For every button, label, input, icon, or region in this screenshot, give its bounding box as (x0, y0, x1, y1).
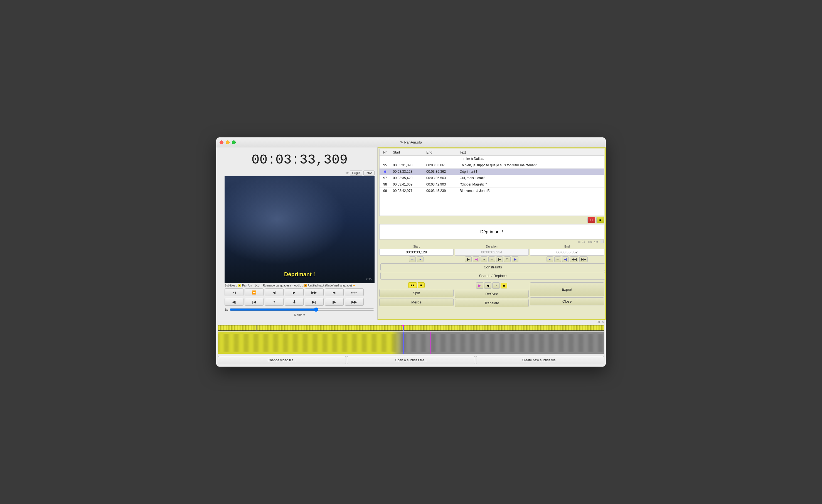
cell-start: 00:03:31,093 (391, 162, 424, 168)
playback-controls-row: 1x Origin Infos (225, 170, 375, 176)
timing-duration-input[interactable] (455, 248, 529, 256)
transport-sub-next[interactable]: ▶| (305, 298, 324, 306)
dur-back-btn[interactable]: ◀ (473, 257, 479, 262)
cell-end: 00:03:33,061 (424, 162, 457, 168)
duration-nav-col: ▶ ◀ → ← ▶ □ ▶ (455, 257, 529, 262)
maximize-window-button[interactable] (232, 140, 236, 144)
dur-prev-btn[interactable]: ← (488, 257, 495, 262)
timing-labels-row: Start Duration End (379, 245, 604, 256)
change-video-button[interactable]: Change video file... (218, 356, 346, 364)
cell-end: 00:03:36,563 (424, 175, 457, 181)
media-yellow-btn-2[interactable]: ■ (418, 282, 425, 288)
char-count: c : 11 (578, 240, 585, 243)
cell-start: 00:03:35,429 (391, 175, 424, 181)
end-nav-btns: ● → ◀ ◀◀ ▶▶ (546, 257, 588, 262)
transport-sub-start[interactable]: ◀| (225, 298, 244, 306)
table-row[interactable]: 9800:03:41,66900:03:42,903"Clipper Majes… (380, 181, 604, 188)
video-figure (225, 176, 375, 283)
dur-fwd-btn[interactable]: → (481, 257, 487, 262)
media-yellow-btn-3[interactable]: ■ (501, 283, 507, 289)
timing-end-input[interactable] (530, 248, 604, 256)
end-dot-btn[interactable]: ● (546, 257, 553, 262)
traffic-lights (220, 140, 236, 144)
search-replace-button[interactable]: Search / Replace (380, 272, 605, 280)
table-row[interactable]: 9500:03:31,09300:03:33,061Eh bien, je su… (380, 162, 604, 168)
timing-end-col: End (530, 245, 604, 256)
back-icon-btn[interactable]: ◀ (484, 282, 491, 289)
start-dot-btn[interactable]: ● (417, 257, 424, 262)
export-button[interactable]: Export (530, 282, 604, 296)
start-nav-btns: ← ● (409, 257, 424, 262)
cell-start (391, 156, 424, 162)
app-window: ✎ PanAm.sfp Pan Am – 1x14 – Romance Lang… (216, 137, 606, 367)
transport-extra[interactable]: ⏭⏭ (345, 289, 364, 296)
transport-rewind[interactable]: ⏪ (245, 289, 264, 296)
dur-link-btn[interactable]: □ (504, 257, 511, 262)
start-goto-btn[interactable]: ← (409, 257, 416, 262)
subtitle-file: Pan Am - 1x14 - Romance Languages.srt (242, 284, 293, 287)
char-count-row: c : 11 c/s : 4.9 ⬜ (378, 240, 605, 243)
origin-button[interactable]: Origin (350, 170, 362, 175)
transport-sub-play[interactable]: ▶▶ (345, 298, 364, 306)
timeline-marker-1 (257, 325, 258, 331)
format-italic-btn[interactable]: ✂ (587, 217, 595, 223)
transport-skip-start[interactable]: ⏮ (225, 289, 244, 296)
constraints-button[interactable]: Constraints (380, 264, 605, 271)
play-icon-btn[interactable]: ▶ (476, 282, 483, 289)
transport-step-fwd[interactable]: ▶▶ (305, 289, 324, 296)
open-subtitles-button[interactable]: Open a subtitles file... (347, 356, 475, 364)
transport-mark-in[interactable]: ✦ (265, 298, 284, 306)
video-frame: Déprimant ! CTV (225, 176, 375, 283)
infos-button[interactable]: Infos (363, 170, 375, 175)
watermark: CTV (366, 278, 372, 281)
subtitle-table-container: N° Start End Text dernier à Dallas.9500:… (379, 149, 604, 216)
cell-text: Bienvenue à John F. (457, 188, 604, 194)
transport-skip-end[interactable]: ⏭ (325, 289, 344, 296)
transport-row-1: ⏮ ⏪ ◀ ▶ ▶▶ ⏭ ⏭⏭ (225, 288, 375, 297)
waveform-overlay (218, 334, 604, 352)
end-fwd-btn[interactable]: → (554, 257, 561, 262)
minimize-window-button[interactable] (226, 140, 230, 144)
markers-label: Markers (225, 313, 375, 317)
end-blue-btn[interactable]: ◀ (562, 257, 569, 262)
table-row[interactable]: dernier à Dallas. (380, 156, 604, 162)
speed-slider[interactable] (230, 307, 375, 312)
transport-play[interactable]: ▶ (285, 289, 304, 296)
titlebar: ✎ PanAm.sfp (216, 137, 606, 147)
video-subtitle-overlay: Déprimant ! (284, 271, 315, 278)
timeline-playhead[interactable] (402, 325, 405, 327)
dur-play-btn[interactable]: ▶ (465, 257, 472, 262)
create-subtitle-button[interactable]: Create new subtitle file... (476, 356, 604, 364)
end-next-btn[interactable]: ▶▶ (579, 257, 588, 262)
subtitle-badge: ■ (238, 284, 241, 287)
media-yellow-btn-1[interactable]: ■■ (408, 282, 417, 288)
dur-next-btn[interactable]: ▶ (496, 257, 503, 262)
translate-button[interactable]: Translate (455, 299, 529, 307)
transport-step-back[interactable]: ◀ (265, 289, 284, 296)
action-buttons-area: ■■ ■ Split Merge ▶ ◀ → ■ ReSync Translat… (378, 281, 605, 308)
waveform-container (218, 332, 604, 354)
media-icon-btn-row: ■■ ■ (379, 282, 454, 288)
text-editor[interactable]: Déprimant ! (379, 224, 604, 239)
format-bold-btn[interactable]: ■ (596, 217, 604, 223)
table-row[interactable]: 9700:03:35,42900:03:36,563Oui, mais lucr… (380, 175, 604, 181)
timing-start-col: Start (379, 245, 454, 256)
timing-end-label: End (564, 245, 570, 248)
split-button[interactable]: Split (379, 289, 454, 297)
transport-insert[interactable]: ⬇ (285, 298, 304, 306)
fwd-icon-btn[interactable]: → (492, 282, 500, 289)
table-row[interactable]: 9900:03:42,97100:03:45,239Bienvenue à Jo… (380, 188, 604, 194)
merge-button[interactable]: Merge (379, 298, 454, 306)
close-window-button[interactable] (220, 140, 224, 144)
close-button[interactable]: Close (530, 297, 604, 306)
right-panel: N° Start End Text dernier à Dallas.9500:… (378, 147, 606, 320)
transport-sub-prev[interactable]: |◀ (245, 298, 264, 306)
table-row[interactable]: 00:03:33,12800:03:35,362Déprimant ! (380, 168, 604, 175)
cell-text: Eh bien, je suppose que je suis ton futu… (457, 162, 604, 168)
dur-end-btn[interactable]: ▶ (512, 257, 518, 262)
timing-start-input[interactable] (379, 248, 454, 256)
timeline-scale: 20.0s (216, 320, 606, 324)
resync-button[interactable]: ReSync (455, 290, 529, 298)
transport-sub-end[interactable]: |▶ (325, 298, 344, 306)
end-back-btn[interactable]: ◀◀ (570, 257, 578, 262)
